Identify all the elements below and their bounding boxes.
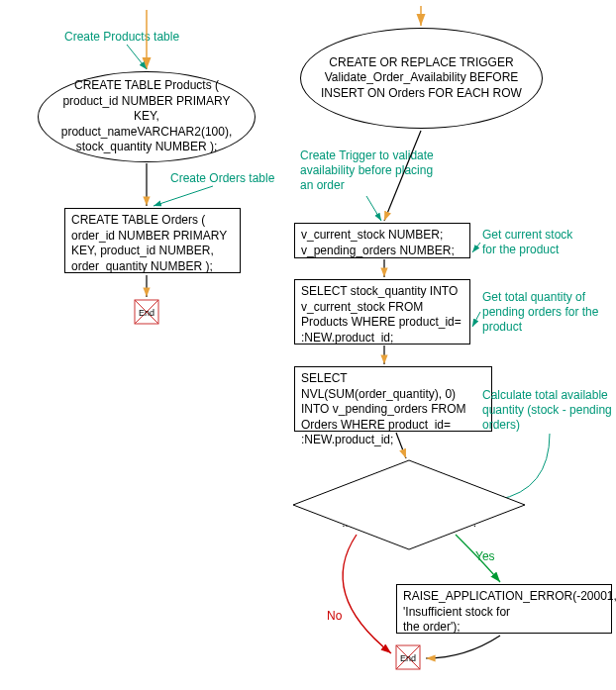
flow-svg: End End <box>0 0 616 690</box>
svg-line-16 <box>396 433 406 458</box>
svg-line-3 <box>154 186 213 206</box>
svg-line-11 <box>366 196 381 221</box>
svg-line-1 <box>127 45 147 69</box>
svg-text:End: End <box>139 308 154 318</box>
svg-line-13 <box>472 243 480 252</box>
svg-marker-17 <box>293 460 525 549</box>
svg-text:End: End <box>400 653 416 663</box>
svg-line-10 <box>384 131 421 221</box>
svg-line-15 <box>472 312 480 327</box>
